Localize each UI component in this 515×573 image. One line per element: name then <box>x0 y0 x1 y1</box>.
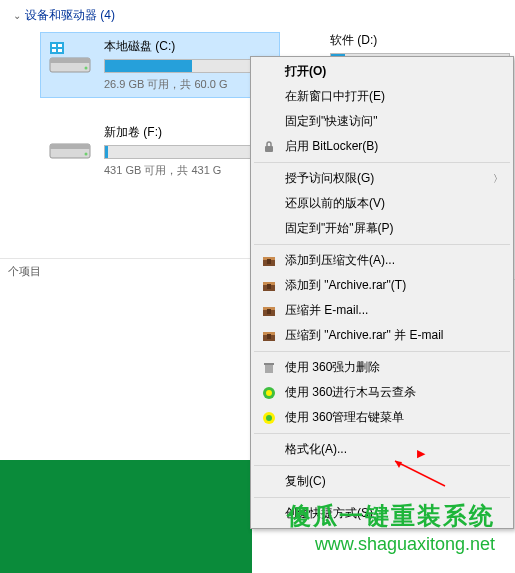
annotation-triangle: ▶ <box>417 447 425 460</box>
context-menu: 打开(O) 在新窗口中打开(E) 固定到"快速访问" 启用 BitLocker(… <box>250 56 514 529</box>
drive-icon <box>46 38 94 78</box>
section-header[interactable]: ⌄ 设备和驱动器 (4) <box>5 5 515 32</box>
drive-space: 431 GB 可用，共 431 G <box>104 163 274 178</box>
winrar-icon <box>259 278 279 294</box>
menu-open-new-window[interactable]: 在新窗口中打开(E) <box>253 84 511 109</box>
watermark: 傻瓜一键重装系统 www.shaguaxitong.net <box>287 500 495 555</box>
svg-rect-6 <box>50 58 90 63</box>
menu-restore-versions[interactable]: 还原以前的版本(V) <box>253 191 511 216</box>
menu-360-force-delete[interactable]: 使用 360强力删除 <box>253 355 511 380</box>
svg-rect-11 <box>265 146 273 152</box>
drive-name: 新加卷 (F:) <box>104 124 274 141</box>
menu-compress-email[interactable]: 压缩并 E-mail... <box>253 298 511 323</box>
bitlocker-icon <box>259 139 279 155</box>
menu-open[interactable]: 打开(O) <box>253 59 511 84</box>
svg-rect-14 <box>267 259 271 264</box>
watermark-url: www.shaguaxitong.net <box>287 534 495 555</box>
svg-rect-2 <box>58 44 62 47</box>
usage-bar <box>104 145 264 159</box>
svg-rect-25 <box>264 363 274 365</box>
watermark-title: 傻瓜一键重装系统 <box>287 500 495 532</box>
menu-360-menu-manager[interactable]: 使用 360管理右键菜单 <box>253 405 511 430</box>
svg-rect-24 <box>265 365 273 373</box>
menu-bitlocker[interactable]: 启用 BitLocker(B) <box>253 134 511 159</box>
drive-name: 软件 (D:) <box>330 32 500 49</box>
menu-icon <box>259 410 279 426</box>
footer-bg <box>0 460 252 573</box>
section-label: 设备和驱动器 (4) <box>25 7 115 24</box>
menu-360-trojan-scan[interactable]: 使用 360进行木马云查杀 <box>253 380 511 405</box>
svg-rect-23 <box>267 334 271 339</box>
menu-copy[interactable]: 复制(C) <box>253 469 511 494</box>
svg-rect-1 <box>52 44 56 47</box>
drive-icon <box>46 124 94 164</box>
winrar-icon <box>259 303 279 319</box>
menu-pin-start[interactable]: 固定到"开始"屏幕(P) <box>253 216 511 241</box>
svg-point-29 <box>266 415 272 421</box>
svg-rect-0 <box>50 42 64 54</box>
trash-icon <box>259 360 279 376</box>
usage-bar <box>104 59 264 73</box>
drive-c[interactable]: 本地磁盘 (C:) 26.9 GB 可用，共 60.0 G <box>40 32 280 98</box>
menu-pin-quick-access[interactable]: 固定到"快速访问" <box>253 109 511 134</box>
shield-icon <box>259 385 279 401</box>
drive-space: 26.9 GB 可用，共 60.0 G <box>104 77 274 92</box>
drive-f[interactable]: 新加卷 (F:) 431 GB 可用，共 431 G <box>40 118 280 184</box>
winrar-icon <box>259 328 279 344</box>
menu-format[interactable]: 格式化(A)... <box>253 437 511 462</box>
menu-add-archive[interactable]: 添加到压缩文件(A)... <box>253 248 511 273</box>
menu-grant-access[interactable]: 授予访问权限(G)〉 <box>253 166 511 191</box>
chevron-down-icon: ⌄ <box>13 10 21 21</box>
svg-point-27 <box>266 390 272 396</box>
svg-rect-20 <box>267 309 271 314</box>
svg-rect-9 <box>50 144 90 149</box>
status-bar: 个项目 <box>0 258 250 284</box>
menu-add-rar[interactable]: 添加到 "Archive.rar"(T) <box>253 273 511 298</box>
svg-rect-3 <box>52 49 56 52</box>
drive-name: 本地磁盘 (C:) <box>104 38 274 55</box>
svg-rect-17 <box>267 284 271 289</box>
svg-rect-4 <box>58 49 62 52</box>
menu-compress-rar-email[interactable]: 压缩到 "Archive.rar" 并 E-mail <box>253 323 511 348</box>
svg-point-10 <box>85 153 88 156</box>
winrar-icon <box>259 253 279 269</box>
svg-point-7 <box>85 67 88 70</box>
submenu-arrow-icon: 〉 <box>493 172 503 186</box>
